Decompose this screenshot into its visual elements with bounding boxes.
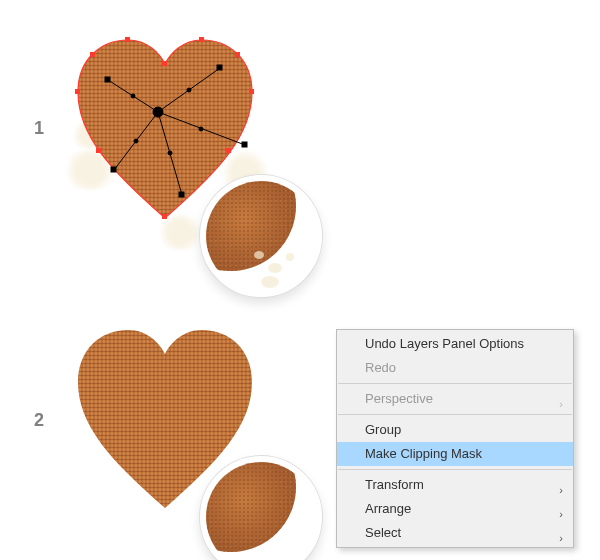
menu-item-label: Group bbox=[365, 422, 401, 437]
menu-item-select[interactable]: Select› bbox=[337, 521, 573, 545]
svg-rect-8 bbox=[249, 89, 254, 94]
menu-item-label: Arrange bbox=[365, 501, 411, 516]
menu-item-group[interactable]: Group bbox=[337, 418, 573, 442]
svg-rect-15 bbox=[105, 77, 110, 82]
menu-separator bbox=[338, 469, 572, 470]
menu-item-perspective: Perspective› bbox=[337, 387, 573, 411]
menu-separator bbox=[338, 414, 572, 415]
menu-item-label: Transform bbox=[365, 477, 424, 492]
svg-rect-6 bbox=[162, 61, 167, 66]
menu-separator bbox=[338, 383, 572, 384]
svg-rect-21 bbox=[179, 192, 184, 197]
svg-point-27 bbox=[168, 151, 172, 155]
menu-item-arrange[interactable]: Arrange› bbox=[337, 497, 573, 521]
svg-rect-4 bbox=[75, 89, 80, 94]
menu-item-undo[interactable]: Undo Layers Panel Options bbox=[337, 332, 573, 356]
zoom-detail-1 bbox=[200, 175, 322, 297]
svg-rect-10 bbox=[226, 148, 231, 153]
svg-point-25 bbox=[187, 88, 191, 92]
menu-item-label: Select bbox=[365, 525, 401, 540]
tutorial-figure: 1 bbox=[0, 0, 600, 560]
menu-item-label: Make Clipping Mask bbox=[365, 446, 482, 461]
svg-rect-9 bbox=[96, 148, 101, 153]
menu-item-label: Perspective bbox=[365, 391, 433, 406]
svg-rect-3 bbox=[162, 214, 167, 219]
step-2-label: 2 bbox=[34, 410, 44, 431]
chevron-right-icon: › bbox=[559, 392, 563, 416]
svg-point-26 bbox=[199, 127, 203, 131]
menu-item-label: Undo Layers Panel Options bbox=[365, 336, 524, 351]
svg-rect-12 bbox=[235, 52, 240, 57]
menu-item-transform[interactable]: Transform› bbox=[337, 473, 573, 497]
menu-item-label: Redo bbox=[365, 360, 396, 375]
context-menu: Undo Layers Panel Options Redo Perspecti… bbox=[336, 329, 574, 548]
svg-point-24 bbox=[131, 94, 135, 98]
svg-rect-7 bbox=[199, 37, 204, 42]
menu-item-redo: Redo bbox=[337, 356, 573, 380]
svg-rect-23 bbox=[111, 167, 116, 172]
svg-rect-11 bbox=[90, 52, 95, 57]
svg-rect-19 bbox=[242, 142, 247, 147]
svg-point-28 bbox=[134, 139, 138, 143]
zoom-detail-2 bbox=[200, 456, 322, 560]
svg-rect-5 bbox=[125, 37, 130, 42]
menu-item-make-clipping-mask[interactable]: Make Clipping Mask bbox=[337, 442, 573, 466]
svg-rect-17 bbox=[217, 65, 222, 70]
chevron-right-icon: › bbox=[559, 526, 563, 550]
step-1-label: 1 bbox=[34, 118, 44, 139]
